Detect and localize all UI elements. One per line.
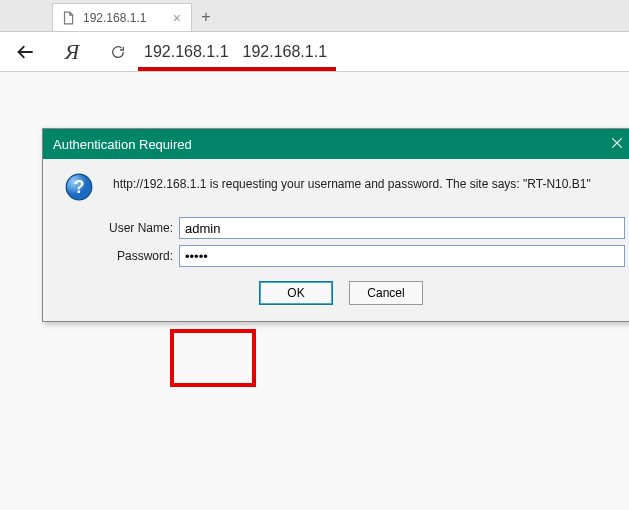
username-label: User Name: <box>57 221 179 235</box>
tab-title: 192.168.1.1 <box>83 11 171 25</box>
document-icon <box>61 11 75 25</box>
address-text-1: 192.168.1.1 <box>144 43 229 61</box>
toolbar: Я 192.168.1.1 192.168.1.1 <box>0 32 629 72</box>
address-bar[interactable]: 192.168.1.1 192.168.1.1 <box>144 43 619 61</box>
annotation-underline <box>138 67 336 71</box>
back-button[interactable] <box>10 36 42 68</box>
username-field[interactable] <box>179 217 625 239</box>
password-label: Password: <box>57 249 179 263</box>
auth-dialog: Authentication Required ? http://192.168… <box>42 128 629 322</box>
close-icon[interactable] <box>605 134 629 155</box>
cancel-button[interactable]: Cancel <box>349 281 423 305</box>
new-tab-button[interactable]: + <box>192 3 220 31</box>
address-text-2: 192.168.1.1 <box>243 43 328 61</box>
dialog-titlebar: Authentication Required <box>43 129 629 159</box>
reload-button[interactable] <box>102 36 134 68</box>
question-icon: ? <box>63 171 95 203</box>
dialog-message: http://192.168.1.1 is requesting your us… <box>113 171 591 191</box>
dialog-body: ? http://192.168.1.1 is requesting your … <box>43 159 629 321</box>
browser-tab[interactable]: 192.168.1.1 × <box>52 3 192 31</box>
dialog-title-text: Authentication Required <box>53 137 605 152</box>
password-field[interactable] <box>179 245 625 267</box>
ok-button[interactable]: OK <box>259 281 333 305</box>
svg-text:?: ? <box>74 177 85 197</box>
tab-bar: 192.168.1.1 × + <box>0 0 629 32</box>
close-tab-icon[interactable]: × <box>171 10 183 26</box>
yandex-home-button[interactable]: Я <box>56 36 88 68</box>
